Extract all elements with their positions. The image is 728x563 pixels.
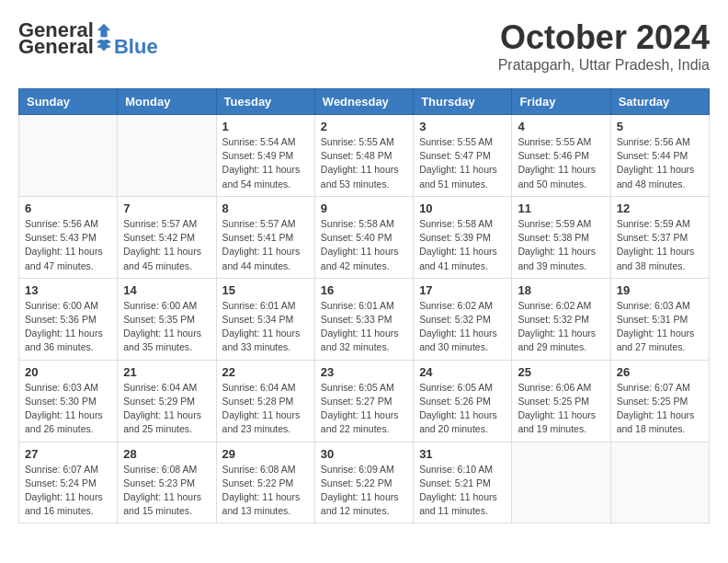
calendar-cell: 18Sunrise: 6:02 AM Sunset: 5:32 PM Dayli… [512, 278, 610, 360]
calendar-cell: 26Sunrise: 6:07 AM Sunset: 5:25 PM Dayli… [610, 360, 709, 442]
day-number: 1 [222, 120, 309, 133]
calendar-cell [118, 115, 216, 197]
day-info: Sunrise: 5:59 AM Sunset: 5:37 PM Dayligh… [617, 217, 703, 273]
day-number: 28 [123, 447, 210, 461]
calendar-week-row-3: 20Sunrise: 6:03 AM Sunset: 5:30 PM Dayli… [19, 360, 710, 442]
weekday-header-wednesday: Wednesday [314, 89, 413, 115]
calendar-cell: 11Sunrise: 5:59 AM Sunset: 5:38 PM Dayli… [512, 196, 610, 278]
calendar-cell: 16Sunrise: 6:01 AM Sunset: 5:33 PM Dayli… [314, 278, 413, 360]
day-number: 7 [123, 201, 210, 215]
calendar-cell: 14Sunrise: 6:00 AM Sunset: 5:35 PM Dayli… [118, 278, 216, 360]
day-number: 25 [518, 365, 604, 379]
day-info: Sunrise: 5:56 AM Sunset: 5:44 PM Dayligh… [617, 135, 703, 191]
title-section: October 2024 Pratapgarh, Uttar Pradesh, … [498, 18, 710, 74]
day-info: Sunrise: 6:08 AM Sunset: 5:22 PM Dayligh… [222, 463, 309, 519]
logo-bird-icon [95, 38, 113, 56]
day-number: 30 [321, 447, 407, 461]
calendar-cell: 6Sunrise: 5:56 AM Sunset: 5:43 PM Daylig… [19, 196, 118, 278]
day-number: 29 [222, 447, 309, 461]
calendar-cell: 8Sunrise: 5:57 AM Sunset: 5:41 PM Daylig… [216, 196, 314, 278]
calendar-cell: 15Sunrise: 6:01 AM Sunset: 5:34 PM Dayli… [216, 278, 314, 360]
day-number: 18 [518, 283, 604, 297]
day-number: 19 [617, 283, 703, 297]
calendar-week-row-4: 27Sunrise: 6:07 AM Sunset: 5:24 PM Dayli… [19, 442, 710, 523]
day-info: Sunrise: 6:08 AM Sunset: 5:23 PM Dayligh… [123, 463, 210, 519]
day-info: Sunrise: 6:02 AM Sunset: 5:32 PM Dayligh… [518, 299, 604, 355]
day-info: Sunrise: 6:03 AM Sunset: 5:30 PM Dayligh… [25, 381, 111, 437]
day-number: 20 [25, 365, 111, 379]
day-info: Sunrise: 5:57 AM Sunset: 5:41 PM Dayligh… [222, 217, 309, 273]
weekday-header-monday: Monday [118, 89, 216, 115]
calendar-table: SundayMondayTuesdayWednesdayThursdayFrid… [18, 88, 710, 523]
weekday-header-friday: Friday [512, 89, 610, 115]
day-number: 9 [321, 201, 407, 215]
day-number: 31 [419, 447, 506, 461]
page-header: General General Blue October 2024 Pratap… [18, 18, 710, 74]
location: Pratapgarh, Uttar Pradesh, India [498, 57, 710, 74]
day-number: 8 [222, 201, 309, 215]
day-number: 11 [518, 201, 604, 215]
day-info: Sunrise: 6:02 AM Sunset: 5:32 PM Dayligh… [419, 299, 506, 355]
weekday-header-sunday: Sunday [19, 89, 118, 115]
day-number: 2 [321, 120, 407, 133]
day-number: 13 [25, 283, 111, 297]
day-number: 15 [222, 283, 309, 297]
day-number: 24 [419, 365, 506, 379]
day-info: Sunrise: 5:59 AM Sunset: 5:38 PM Dayligh… [518, 217, 604, 273]
day-number: 26 [617, 365, 703, 379]
weekday-header-saturday: Saturday [610, 89, 709, 115]
day-number: 23 [321, 365, 407, 379]
calendar-cell: 24Sunrise: 6:05 AM Sunset: 5:26 PM Dayli… [414, 360, 512, 442]
calendar-body: 1Sunrise: 5:54 AM Sunset: 5:49 PM Daylig… [19, 115, 710, 523]
calendar-cell: 27Sunrise: 6:07 AM Sunset: 5:24 PM Dayli… [19, 442, 118, 523]
day-info: Sunrise: 5:55 AM Sunset: 5:46 PM Dayligh… [518, 135, 604, 191]
calendar-cell: 17Sunrise: 6:02 AM Sunset: 5:32 PM Dayli… [414, 278, 512, 360]
calendar-cell: 3Sunrise: 5:55 AM Sunset: 5:47 PM Daylig… [414, 115, 512, 197]
month-title: October 2024 [498, 18, 710, 57]
calendar-cell: 31Sunrise: 6:10 AM Sunset: 5:21 PM Dayli… [414, 442, 512, 523]
calendar-cell: 25Sunrise: 6:06 AM Sunset: 5:25 PM Dayli… [512, 360, 610, 442]
calendar-cell: 20Sunrise: 6:03 AM Sunset: 5:30 PM Dayli… [19, 360, 118, 442]
logo-text-blue: Blue [114, 35, 158, 59]
day-info: Sunrise: 6:09 AM Sunset: 5:22 PM Dayligh… [321, 463, 407, 519]
day-number: 5 [617, 120, 703, 133]
day-info: Sunrise: 6:01 AM Sunset: 5:34 PM Dayligh… [222, 299, 309, 355]
calendar-cell: 13Sunrise: 6:00 AM Sunset: 5:36 PM Dayli… [19, 278, 118, 360]
day-info: Sunrise: 5:54 AM Sunset: 5:49 PM Dayligh… [222, 135, 309, 191]
day-info: Sunrise: 6:04 AM Sunset: 5:29 PM Dayligh… [123, 381, 210, 437]
day-info: Sunrise: 5:55 AM Sunset: 5:47 PM Dayligh… [419, 135, 506, 191]
day-info: Sunrise: 5:56 AM Sunset: 5:43 PM Dayligh… [25, 217, 111, 273]
day-info: Sunrise: 6:07 AM Sunset: 5:24 PM Dayligh… [25, 463, 111, 519]
day-info: Sunrise: 6:07 AM Sunset: 5:25 PM Dayligh… [617, 381, 703, 437]
day-info: Sunrise: 5:58 AM Sunset: 5:40 PM Dayligh… [321, 217, 407, 273]
day-number: 10 [419, 201, 506, 215]
calendar-cell: 9Sunrise: 5:58 AM Sunset: 5:40 PM Daylig… [314, 196, 413, 278]
calendar-cell: 7Sunrise: 5:57 AM Sunset: 5:42 PM Daylig… [118, 196, 216, 278]
calendar-week-row-0: 1Sunrise: 5:54 AM Sunset: 5:49 PM Daylig… [19, 115, 710, 197]
day-info: Sunrise: 5:55 AM Sunset: 5:48 PM Dayligh… [321, 135, 407, 191]
day-number: 27 [25, 447, 111, 461]
calendar-cell: 29Sunrise: 6:08 AM Sunset: 5:22 PM Dayli… [216, 442, 314, 523]
calendar-cell: 2Sunrise: 5:55 AM Sunset: 5:48 PM Daylig… [314, 115, 413, 197]
calendar-cell: 10Sunrise: 5:58 AM Sunset: 5:39 PM Dayli… [414, 196, 512, 278]
day-info: Sunrise: 6:04 AM Sunset: 5:28 PM Dayligh… [222, 381, 309, 437]
day-number: 12 [617, 201, 703, 215]
calendar-week-row-1: 6Sunrise: 5:56 AM Sunset: 5:43 PM Daylig… [19, 196, 710, 278]
day-info: Sunrise: 6:10 AM Sunset: 5:21 PM Dayligh… [419, 463, 506, 519]
day-info: Sunrise: 6:06 AM Sunset: 5:25 PM Dayligh… [518, 381, 604, 437]
day-info: Sunrise: 6:00 AM Sunset: 5:35 PM Dayligh… [123, 299, 210, 355]
day-number: 4 [518, 120, 604, 133]
calendar-cell [610, 442, 709, 523]
calendar-cell [512, 442, 610, 523]
calendar-cell [19, 115, 118, 197]
calendar-cell: 21Sunrise: 6:04 AM Sunset: 5:29 PM Dayli… [118, 360, 216, 442]
weekday-header-thursday: Thursday [414, 89, 512, 115]
day-info: Sunrise: 6:01 AM Sunset: 5:33 PM Dayligh… [321, 299, 407, 355]
calendar-cell: 22Sunrise: 6:04 AM Sunset: 5:28 PM Dayli… [216, 360, 314, 442]
day-number: 21 [123, 365, 210, 379]
calendar-cell: 1Sunrise: 5:54 AM Sunset: 5:49 PM Daylig… [216, 115, 314, 197]
weekday-header-tuesday: Tuesday [216, 89, 314, 115]
calendar-cell: 28Sunrise: 6:08 AM Sunset: 5:23 PM Dayli… [118, 442, 216, 523]
day-info: Sunrise: 6:00 AM Sunset: 5:36 PM Dayligh… [25, 299, 111, 355]
day-number: 6 [25, 201, 111, 215]
